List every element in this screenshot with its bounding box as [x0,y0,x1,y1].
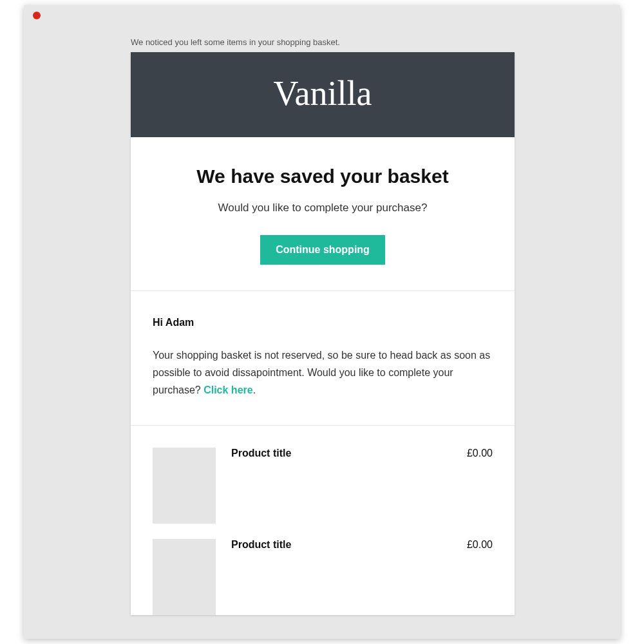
product-title: Product title [231,448,291,459]
product-price: £0.00 [467,448,493,459]
email-header: Vanilla [131,52,515,137]
message-section: Hi Adam Your shopping basket is not rese… [131,291,515,426]
preheader-text: We noticed you left some items in your s… [131,26,620,52]
product-price: £0.00 [467,539,493,551]
hero-subtitle: Would you like to complete your purchase… [150,202,495,214]
product-image-placeholder [153,448,216,524]
click-here-link[interactable]: Click here [204,384,252,395]
close-icon[interactable] [33,12,41,19]
product-info: Product title £0.00 [216,448,493,524]
email-container: Vanilla We have saved your basket Would … [131,52,515,615]
products-section: Product title £0.00 Product title £0.00 [131,426,515,615]
hero-title: We have saved your basket [150,166,495,187]
product-image-placeholder [153,539,216,615]
product-row: Product title £0.00 [153,448,493,524]
message-body: Your shopping basket is not reserved, so… [153,346,493,399]
continue-shopping-button[interactable]: Continue shopping [260,235,385,265]
brand-logo: Vanilla [274,76,372,111]
product-info: Product title £0.00 [216,539,493,615]
hero-section: We have saved your basket Would you like… [131,137,515,291]
preview-window: We noticed you left some items in your s… [24,5,620,639]
message-body-after: . [253,384,256,395]
product-title: Product title [231,539,291,551]
product-row: Product title £0.00 [153,539,493,615]
greeting-text: Hi Adam [153,317,493,328]
window-titlebar [24,5,620,26]
